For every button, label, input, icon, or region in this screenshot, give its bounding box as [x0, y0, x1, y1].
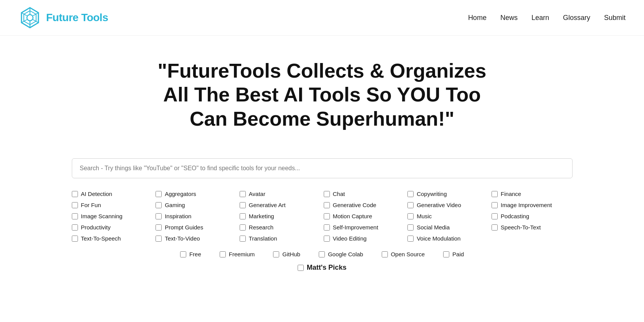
- filter-label[interactable]: Chat: [333, 191, 345, 197]
- filter-label[interactable]: Text-To-Video: [165, 235, 200, 242]
- filter-label[interactable]: Speech-To-Text: [501, 224, 541, 231]
- filter-label[interactable]: For Fun: [81, 202, 101, 208]
- filter-checkbox-prompt-guides[interactable]: [156, 224, 162, 231]
- filter-checkbox-chat[interactable]: [324, 191, 330, 197]
- filter-label[interactable]: Generative Code: [333, 202, 376, 208]
- filter-item[interactable]: Text-To-Video: [156, 235, 237, 242]
- filter-item[interactable]: Aggregators: [156, 191, 237, 197]
- filter-label[interactable]: Avatar: [249, 191, 265, 197]
- nav-submit[interactable]: Submit: [604, 14, 626, 22]
- filter-item[interactable]: Gaming: [156, 202, 237, 208]
- filter-label[interactable]: Self-Improvement: [333, 224, 378, 231]
- filter-label[interactable]: Inspiration: [165, 213, 191, 219]
- filter-checkbox-image-improvement[interactable]: [492, 202, 498, 208]
- filter-checkbox-self-improvement[interactable]: [324, 224, 330, 231]
- filter-label[interactable]: Music: [417, 213, 432, 219]
- pricing-label[interactable]: Paid: [452, 251, 464, 257]
- filter-label[interactable]: Motion Capture: [333, 213, 372, 219]
- filter-label[interactable]: Research: [249, 224, 273, 231]
- filter-item[interactable]: Translation: [240, 235, 321, 242]
- filter-checkbox-for-fun[interactable]: [72, 202, 78, 208]
- filter-checkbox-generative-art[interactable]: [240, 202, 246, 208]
- filter-checkbox-speech-to-text[interactable]: [492, 224, 498, 231]
- filter-item[interactable]: Speech-To-Text: [492, 224, 573, 231]
- pricing-checkbox-github[interactable]: [273, 251, 279, 257]
- filter-checkbox-marketing[interactable]: [240, 213, 246, 219]
- filter-item[interactable]: Image Scanning: [72, 213, 153, 219]
- pricing-item[interactable]: Google Colab: [319, 251, 363, 257]
- filter-checkbox-avatar[interactable]: [240, 191, 246, 197]
- filter-item[interactable]: AI Detection: [72, 191, 153, 197]
- filter-label[interactable]: Text-To-Speech: [81, 235, 121, 242]
- filter-checkbox-podcasting[interactable]: [492, 213, 498, 219]
- pricing-item[interactable]: Open Source: [382, 251, 425, 257]
- filter-checkbox-video-editing[interactable]: [324, 236, 330, 242]
- filter-label[interactable]: Translation: [249, 235, 277, 242]
- pricing-label[interactable]: GitHub: [282, 251, 300, 257]
- filter-checkbox-generative-video[interactable]: [407, 202, 414, 208]
- filter-checkbox-music[interactable]: [407, 213, 414, 219]
- filter-item[interactable]: Podcasting: [492, 213, 573, 219]
- filter-item[interactable]: Motion Capture: [324, 213, 405, 219]
- filter-checkbox-finance[interactable]: [492, 191, 498, 197]
- filter-item[interactable]: Inspiration: [156, 213, 237, 219]
- filter-checkbox-aggregators[interactable]: [156, 191, 162, 197]
- filter-checkbox-text-to-video[interactable]: [156, 236, 162, 242]
- filter-label[interactable]: Finance: [501, 191, 521, 197]
- filter-label[interactable]: Generative Art: [249, 202, 286, 208]
- filter-label[interactable]: AI Detection: [81, 191, 113, 197]
- pricing-label[interactable]: Open Source: [391, 251, 425, 257]
- pricing-checkbox-open-source[interactable]: [382, 251, 388, 257]
- filter-item[interactable]: Voice Modulation: [407, 235, 488, 242]
- pricing-checkbox-freemium[interactable]: [220, 251, 226, 257]
- filter-item[interactable]: Prompt Guides: [156, 224, 237, 231]
- filter-item[interactable]: Chat: [324, 191, 405, 197]
- filter-checkbox-gaming[interactable]: [156, 202, 162, 208]
- filter-item[interactable]: Text-To-Speech: [72, 235, 153, 242]
- filter-checkbox-ai-detection[interactable]: [72, 191, 78, 197]
- filter-label[interactable]: Image Improvement: [501, 202, 552, 208]
- matts-picks-checkbox[interactable]: [298, 265, 304, 271]
- filter-item[interactable]: Social Media: [407, 224, 488, 231]
- nav-news[interactable]: News: [500, 14, 518, 22]
- pricing-item[interactable]: Paid: [443, 251, 464, 257]
- filter-checkbox-translation[interactable]: [240, 236, 246, 242]
- filter-label[interactable]: Image Scanning: [81, 213, 123, 219]
- pricing-item[interactable]: Free: [180, 251, 201, 257]
- filter-label[interactable]: Podcasting: [501, 213, 529, 219]
- pricing-checkbox-paid[interactable]: [443, 251, 449, 257]
- filter-item[interactable]: Avatar: [240, 191, 321, 197]
- filter-label[interactable]: Generative Video: [417, 202, 461, 208]
- filter-checkbox-inspiration[interactable]: [156, 213, 162, 219]
- filter-checkbox-image-scanning[interactable]: [72, 213, 78, 219]
- pricing-checkbox-google-colab[interactable]: [319, 251, 325, 257]
- filter-label[interactable]: Copywriting: [417, 191, 447, 197]
- filter-item[interactable]: Marketing: [240, 213, 321, 219]
- filter-label[interactable]: Marketing: [249, 213, 274, 219]
- filter-label[interactable]: Video Editing: [333, 235, 367, 242]
- filter-label[interactable]: Gaming: [165, 202, 185, 208]
- filter-label[interactable]: Social Media: [417, 224, 450, 231]
- filter-label[interactable]: Prompt Guides: [165, 224, 203, 231]
- filter-label[interactable]: Aggregators: [165, 191, 196, 197]
- filter-item[interactable]: Generative Code: [324, 202, 405, 208]
- filter-checkbox-motion-capture[interactable]: [324, 213, 330, 219]
- pricing-label[interactable]: Free: [189, 251, 201, 257]
- pricing-label[interactable]: Google Colab: [328, 251, 363, 257]
- nav-learn[interactable]: Learn: [531, 14, 549, 22]
- filter-checkbox-voice-modulation[interactable]: [407, 236, 414, 242]
- matts-picks-label[interactable]: Matt's Picks: [307, 264, 346, 272]
- filter-item[interactable]: Generative Video: [407, 202, 488, 208]
- filter-item[interactable]: Productivity: [72, 224, 153, 231]
- filter-checkbox-productivity[interactable]: [72, 224, 78, 231]
- pricing-checkbox-free[interactable]: [180, 251, 186, 257]
- pricing-item[interactable]: Freemium: [220, 251, 255, 257]
- search-input[interactable]: [72, 158, 573, 178]
- filter-checkbox-social-media[interactable]: [407, 224, 414, 231]
- filter-item[interactable]: Research: [240, 224, 321, 231]
- filter-checkbox-text-to-speech[interactable]: [72, 236, 78, 242]
- filter-label[interactable]: Productivity: [81, 224, 111, 231]
- filter-checkbox-research[interactable]: [240, 224, 246, 231]
- filter-item[interactable]: For Fun: [72, 202, 153, 208]
- filter-item[interactable]: Image Improvement: [492, 202, 573, 208]
